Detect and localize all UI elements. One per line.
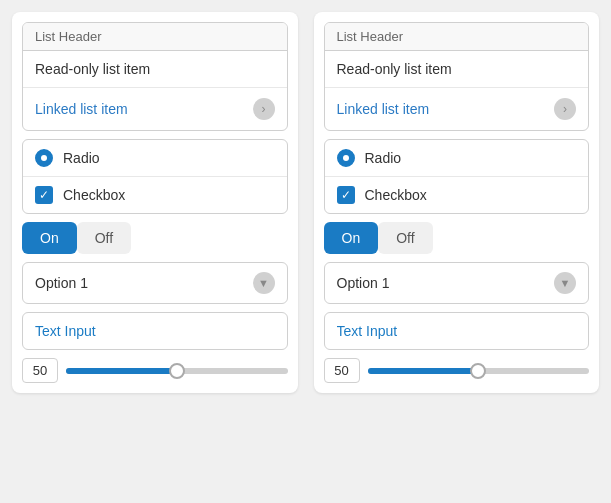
text-input-right[interactable] xyxy=(324,312,590,350)
checkbox-icon-right: ✓ xyxy=(337,186,355,204)
chevron-down-icon-right: ▼ xyxy=(554,272,576,294)
list-item-readonly-text-left: Read-only list item xyxy=(35,61,150,77)
checkbox-item-right[interactable]: ✓ Checkbox xyxy=(325,177,589,213)
slider-value-left: 50 xyxy=(22,358,58,383)
panel-right: List Header Read-only list item Linked l… xyxy=(314,12,600,393)
checkbox-icon-left: ✓ xyxy=(35,186,53,204)
checkbox-label-left: Checkbox xyxy=(63,187,125,203)
list-header-right: List Header xyxy=(325,23,589,51)
list-item-linked-right[interactable]: Linked list item › xyxy=(325,88,589,130)
toggle-on-button-left[interactable]: On xyxy=(22,222,77,254)
text-input-left[interactable] xyxy=(22,312,288,350)
list-group-left: List Header Read-only list item Linked l… xyxy=(22,22,288,131)
main-container: List Header Read-only list item Linked l… xyxy=(12,12,599,393)
control-group-left: Radio ✓ Checkbox xyxy=(22,139,288,214)
slider-fill-right xyxy=(368,368,479,374)
radio-item-right[interactable]: Radio xyxy=(325,140,589,177)
radio-label-right: Radio xyxy=(365,150,402,166)
radio-icon-right xyxy=(337,149,355,167)
list-item-linked-left[interactable]: Linked list item › xyxy=(23,88,287,130)
toggle-off-button-right[interactable]: Off xyxy=(378,222,432,254)
chevron-down-icon-left: ▼ xyxy=(253,272,275,294)
slider-value-right: 50 xyxy=(324,358,360,383)
toggle-on-button-right[interactable]: On xyxy=(324,222,379,254)
slider-row-right: 50 xyxy=(324,358,590,383)
list-header-left: List Header xyxy=(23,23,287,51)
radio-item-left[interactable]: Radio xyxy=(23,140,287,177)
checkbox-label-right: Checkbox xyxy=(365,187,427,203)
toggle-off-button-left[interactable]: Off xyxy=(77,222,131,254)
toggle-group-left: On Off xyxy=(22,222,288,254)
chevron-right-icon-right: › xyxy=(554,98,576,120)
select-value-right: Option 1 xyxy=(337,275,390,291)
slider-thumb-right[interactable] xyxy=(470,363,486,379)
select-left[interactable]: Option 1 ▼ xyxy=(22,262,288,304)
list-item-readonly-right: Read-only list item xyxy=(325,51,589,88)
slider-row-left: 50 xyxy=(22,358,288,383)
select-value-left: Option 1 xyxy=(35,275,88,291)
panel-left: List Header Read-only list item Linked l… xyxy=(12,12,298,393)
radio-icon-left xyxy=(35,149,53,167)
list-item-readonly-text-right: Read-only list item xyxy=(337,61,452,77)
slider-fill-left xyxy=(66,368,177,374)
radio-label-left: Radio xyxy=(63,150,100,166)
toggle-group-right: On Off xyxy=(324,222,590,254)
list-item-linked-text-left: Linked list item xyxy=(35,101,128,117)
select-right[interactable]: Option 1 ▼ xyxy=(324,262,590,304)
list-group-right: List Header Read-only list item Linked l… xyxy=(324,22,590,131)
control-group-right: Radio ✓ Checkbox xyxy=(324,139,590,214)
chevron-right-icon-left: › xyxy=(253,98,275,120)
slider-track-left xyxy=(66,368,288,374)
list-item-linked-text-right: Linked list item xyxy=(337,101,430,117)
slider-track-right xyxy=(368,368,590,374)
slider-thumb-left[interactable] xyxy=(169,363,185,379)
list-item-readonly-left: Read-only list item xyxy=(23,51,287,88)
checkbox-item-left[interactable]: ✓ Checkbox xyxy=(23,177,287,213)
